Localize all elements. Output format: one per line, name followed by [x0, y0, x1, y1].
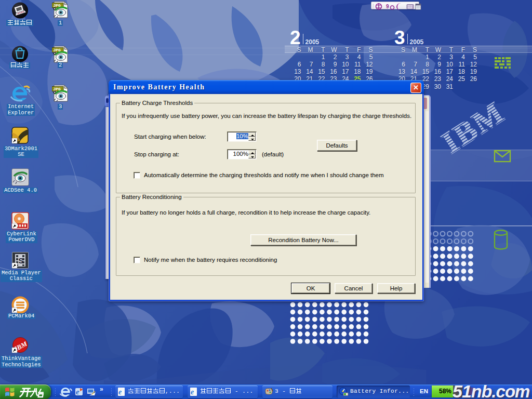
svg-text:9: 9: [386, 4, 389, 9]
svg-text:e: e: [118, 388, 122, 396]
svg-text:e: e: [76, 388, 79, 396]
svg-text:»: »: [100, 385, 103, 393]
svg-text:e: e: [191, 388, 194, 396]
svg-text:S: S: [19, 257, 23, 265]
